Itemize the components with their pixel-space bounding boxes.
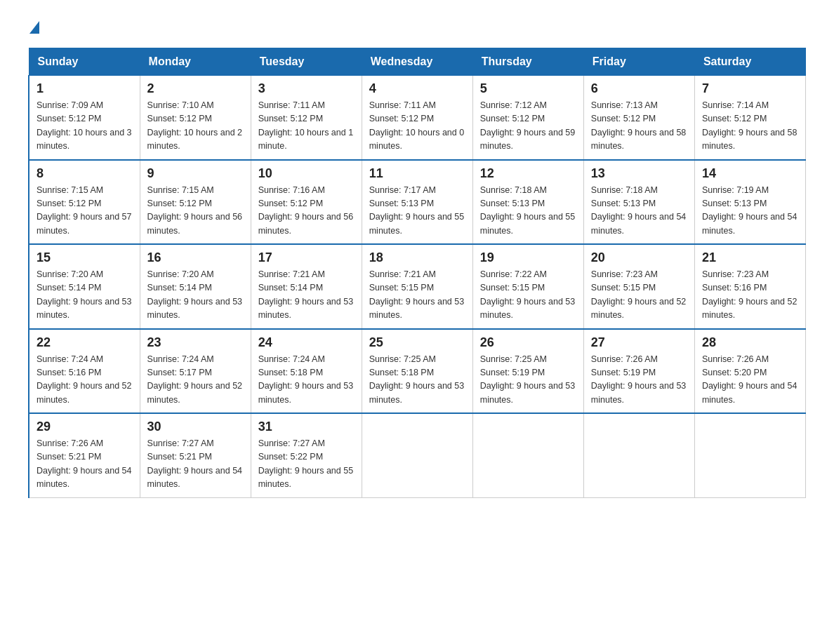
day-number: 9: [147, 166, 244, 181]
calendar-cell: 26 Sunrise: 7:25 AMSunset: 5:19 PMDaylig…: [472, 329, 583, 414]
day-info: Sunrise: 7:19 AMSunset: 5:13 PMDaylight:…: [702, 185, 797, 236]
day-number: 22: [37, 335, 133, 350]
calendar-cell: 22 Sunrise: 7:24 AMSunset: 5:16 PMDaylig…: [29, 329, 140, 414]
day-info: Sunrise: 7:22 AMSunset: 5:15 PMDaylight:…: [480, 269, 576, 320]
day-info: Sunrise: 7:21 AMSunset: 5:15 PMDaylight:…: [369, 269, 465, 320]
calendar-week-row: 8 Sunrise: 7:15 AMSunset: 5:12 PMDayligh…: [29, 160, 806, 245]
calendar-cell: 21 Sunrise: 7:23 AMSunset: 5:16 PMDaylig…: [694, 244, 805, 329]
day-number: 17: [258, 250, 355, 265]
calendar-cell: 16 Sunrise: 7:20 AMSunset: 5:14 PMDaylig…: [140, 244, 251, 329]
calendar-cell: 7 Sunrise: 7:14 AMSunset: 5:12 PMDayligh…: [694, 76, 805, 160]
calendar-cell: [472, 413, 583, 497]
calendar-week-row: 15 Sunrise: 7:20 AMSunset: 5:14 PMDaylig…: [29, 244, 806, 329]
day-info: Sunrise: 7:18 AMSunset: 5:13 PMDaylight:…: [591, 185, 687, 236]
calendar-cell: [362, 413, 472, 497]
day-info: Sunrise: 7:27 AMSunset: 5:22 PMDaylight:…: [258, 438, 354, 489]
day-info: Sunrise: 7:25 AMSunset: 5:19 PMDaylight:…: [480, 354, 576, 405]
day-number: 13: [591, 166, 687, 181]
day-number: 1: [37, 81, 133, 96]
calendar-week-row: 22 Sunrise: 7:24 AMSunset: 5:16 PMDaylig…: [29, 329, 806, 414]
day-number: 6: [591, 81, 687, 96]
day-number: 18: [369, 250, 465, 265]
day-number: 14: [702, 166, 798, 181]
day-info: Sunrise: 7:23 AMSunset: 5:16 PMDaylight:…: [702, 269, 797, 320]
calendar-cell: 29 Sunrise: 7:26 AMSunset: 5:21 PMDaylig…: [29, 413, 140, 497]
calendar-cell: 24 Sunrise: 7:24 AMSunset: 5:18 PMDaylig…: [251, 329, 362, 414]
day-number: 11: [369, 166, 465, 181]
day-number: 31: [258, 420, 355, 434]
day-number: 3: [258, 81, 355, 96]
day-number: 29: [37, 420, 133, 434]
calendar-week-row: 1 Sunrise: 7:09 AMSunset: 5:12 PMDayligh…: [29, 76, 806, 160]
day-number: 7: [702, 81, 798, 96]
day-info: Sunrise: 7:27 AMSunset: 5:21 PMDaylight:…: [147, 438, 243, 489]
day-info: Sunrise: 7:17 AMSunset: 5:13 PMDaylight:…: [369, 185, 465, 236]
header-saturday: Saturday: [694, 48, 805, 76]
header-tuesday: Tuesday: [251, 48, 362, 76]
calendar-cell: 6 Sunrise: 7:13 AMSunset: 5:12 PMDayligh…: [583, 76, 694, 160]
calendar-header-row: SundayMondayTuesdayWednesdayThursdayFrid…: [29, 48, 806, 76]
calendar-cell: 13 Sunrise: 7:18 AMSunset: 5:13 PMDaylig…: [583, 160, 694, 245]
calendar-cell: 2 Sunrise: 7:10 AMSunset: 5:12 PMDayligh…: [140, 76, 251, 160]
calendar-cell: 31 Sunrise: 7:27 AMSunset: 5:22 PMDaylig…: [251, 413, 362, 497]
calendar-cell: 9 Sunrise: 7:15 AMSunset: 5:12 PMDayligh…: [140, 160, 251, 245]
calendar-cell: 11 Sunrise: 7:17 AMSunset: 5:13 PMDaylig…: [362, 160, 472, 245]
day-number: 25: [369, 335, 465, 350]
calendar-cell: [583, 413, 694, 497]
day-info: Sunrise: 7:15 AMSunset: 5:12 PMDaylight:…: [37, 185, 132, 236]
header-wednesday: Wednesday: [362, 48, 472, 76]
day-number: 19: [480, 250, 576, 265]
day-info: Sunrise: 7:20 AMSunset: 5:14 PMDaylight:…: [147, 269, 243, 320]
day-info: Sunrise: 7:13 AMSunset: 5:12 PMDaylight:…: [591, 100, 687, 151]
calendar-cell: 4 Sunrise: 7:11 AMSunset: 5:12 PMDayligh…: [362, 76, 472, 160]
day-info: Sunrise: 7:26 AMSunset: 5:20 PMDaylight:…: [702, 354, 797, 405]
calendar-cell: 14 Sunrise: 7:19 AMSunset: 5:13 PMDaylig…: [694, 160, 805, 245]
day-info: Sunrise: 7:11 AMSunset: 5:12 PMDaylight:…: [369, 100, 465, 151]
day-number: 8: [37, 166, 133, 181]
day-info: Sunrise: 7:25 AMSunset: 5:18 PMDaylight:…: [369, 354, 465, 405]
header-friday: Friday: [583, 48, 694, 76]
calendar-cell: 28 Sunrise: 7:26 AMSunset: 5:20 PMDaylig…: [694, 329, 805, 414]
day-number: 10: [258, 166, 355, 181]
day-number: 23: [147, 335, 244, 350]
day-number: 5: [480, 81, 576, 96]
calendar-cell: 12 Sunrise: 7:18 AMSunset: 5:13 PMDaylig…: [472, 160, 583, 245]
day-info: Sunrise: 7:24 AMSunset: 5:17 PMDaylight:…: [147, 354, 243, 405]
day-number: 20: [591, 250, 687, 265]
header-monday: Monday: [140, 48, 251, 76]
day-number: 30: [147, 420, 244, 434]
calendar-cell: 27 Sunrise: 7:26 AMSunset: 5:19 PMDaylig…: [583, 329, 694, 414]
header-sunday: Sunday: [29, 48, 140, 76]
day-info: Sunrise: 7:26 AMSunset: 5:19 PMDaylight:…: [591, 354, 687, 405]
day-number: 4: [369, 81, 465, 96]
calendar-cell: 25 Sunrise: 7:25 AMSunset: 5:18 PMDaylig…: [362, 329, 472, 414]
page-header: [28, 21, 806, 34]
day-number: 26: [480, 335, 576, 350]
calendar-cell: 19 Sunrise: 7:22 AMSunset: 5:15 PMDaylig…: [472, 244, 583, 329]
header-thursday: Thursday: [472, 48, 583, 76]
calendar-cell: 15 Sunrise: 7:20 AMSunset: 5:14 PMDaylig…: [29, 244, 140, 329]
logo-arrow-icon: [29, 21, 39, 34]
logo: [28, 21, 39, 34]
calendar-cell: 8 Sunrise: 7:15 AMSunset: 5:12 PMDayligh…: [29, 160, 140, 245]
day-info: Sunrise: 7:24 AMSunset: 5:18 PMDaylight:…: [258, 354, 354, 405]
day-number: 2: [147, 81, 244, 96]
day-info: Sunrise: 7:10 AMSunset: 5:12 PMDaylight:…: [147, 100, 243, 151]
calendar-cell: 17 Sunrise: 7:21 AMSunset: 5:14 PMDaylig…: [251, 244, 362, 329]
day-info: Sunrise: 7:21 AMSunset: 5:14 PMDaylight:…: [258, 269, 354, 320]
calendar-cell: 30 Sunrise: 7:27 AMSunset: 5:21 PMDaylig…: [140, 413, 251, 497]
day-info: Sunrise: 7:26 AMSunset: 5:21 PMDaylight:…: [37, 438, 132, 489]
calendar-cell: 20 Sunrise: 7:23 AMSunset: 5:15 PMDaylig…: [583, 244, 694, 329]
day-number: 15: [37, 250, 133, 265]
day-info: Sunrise: 7:18 AMSunset: 5:13 PMDaylight:…: [480, 185, 576, 236]
day-info: Sunrise: 7:15 AMSunset: 5:12 PMDaylight:…: [147, 185, 243, 236]
day-info: Sunrise: 7:20 AMSunset: 5:14 PMDaylight:…: [37, 269, 132, 320]
day-number: 27: [591, 335, 687, 350]
day-info: Sunrise: 7:12 AMSunset: 5:12 PMDaylight:…: [480, 100, 576, 151]
day-number: 21: [702, 250, 798, 265]
day-info: Sunrise: 7:09 AMSunset: 5:12 PMDaylight:…: [37, 100, 132, 151]
calendar-cell: [694, 413, 805, 497]
calendar-table: SundayMondayTuesdayWednesdayThursdayFrid…: [28, 48, 806, 498]
calendar-week-row: 29 Sunrise: 7:26 AMSunset: 5:21 PMDaylig…: [29, 413, 806, 497]
day-info: Sunrise: 7:24 AMSunset: 5:16 PMDaylight:…: [37, 354, 132, 405]
